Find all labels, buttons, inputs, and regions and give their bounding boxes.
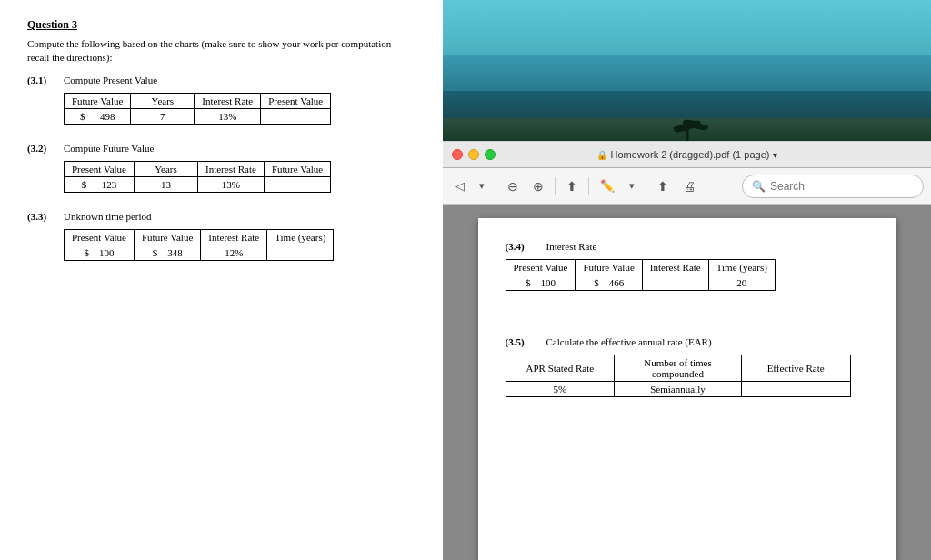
pdf-sub-text-3-5: Calculate the effective annual rate (EAR… <box>546 336 712 347</box>
pdf-content-area: (3.4) Interest Rate Present Value Future… <box>443 205 931 560</box>
background-image <box>443 0 931 141</box>
cell-fv: $ 466 <box>576 275 642 291</box>
navigation-back-button[interactable]: ◁ <box>450 175 470 196</box>
cell-rate <box>642 275 708 291</box>
annotate-dropdown[interactable]: ▾ <box>624 176 640 195</box>
close-button[interactable] <box>452 149 463 160</box>
chevron-down-toolbar-icon[interactable]: ▾ <box>474 176 490 195</box>
col-future-value: Future Value <box>65 93 131 108</box>
search-icon: 🔍 <box>752 180 766 193</box>
cell-time <box>267 245 334 260</box>
section-3-1: (3.1) Compute Present Value Future Value… <box>27 75 415 125</box>
cell-eff-rate <box>741 382 850 397</box>
pdf-toolbar: ◁ ▾ ⊖ ⊕ ⬆ ✏️ ▾ ⬆ 🖨 🔍 <box>443 168 931 205</box>
cell-rate: 13% <box>195 108 261 124</box>
cell-times: Semiannually <box>615 382 742 397</box>
section-3-2: (3.2) Compute Future Value Present Value… <box>27 143 415 193</box>
sub-label-3-2: (3.2) <box>27 143 64 154</box>
sub-question-3-3: (3.3) Unknown time period <box>27 211 415 222</box>
sub-label-3-1: (3.1) <box>27 75 64 85</box>
table-row: 5% Semiannually <box>506 382 850 397</box>
sub-question-3-1: (3.1) Compute Present Value <box>27 75 415 85</box>
sub-text-3-3: Unknown time period <box>64 211 152 222</box>
cell-pv <box>261 108 331 124</box>
sub-question-3-2: (3.2) Compute Future Value <box>27 143 415 154</box>
table-row: $ 498 7 13% <box>65 108 331 124</box>
cell-apr: 5% <box>506 382 615 397</box>
separator <box>555 177 556 195</box>
col-times-compounded: Number of timescompounded <box>615 355 742 382</box>
pdf-sub-question-3-5: (3.5) Calculate the effective annual rat… <box>506 336 869 347</box>
col-time: Time (years) <box>267 229 334 245</box>
col-interest-rate: Interest Rate <box>197 161 264 176</box>
sub-text-3-1: Compute Present Value <box>64 75 157 85</box>
search-box[interactable]: 🔍 <box>742 175 924 198</box>
print-button[interactable]: 🖨 <box>677 175 701 197</box>
pdf-table-3-4: Present Value Future Value Interest Rate… <box>506 259 776 291</box>
cell-pv: $ 123 <box>65 176 135 192</box>
pdf-section-3-5: (3.5) Calculate the effective annual rat… <box>506 336 869 397</box>
action-button[interactable]: ⬆ <box>652 175 674 197</box>
pdf-viewer-window: 🔒 Homework 2 (dragged).pdf (1 page) ▾ ◁ … <box>443 0 931 560</box>
pdf-sub-label-3-5: (3.5) <box>506 336 546 347</box>
zoom-out-button[interactable]: ⊖ <box>502 175 524 197</box>
pdf-page: (3.4) Interest Rate Present Value Future… <box>478 218 896 560</box>
separator <box>496 177 496 195</box>
col-years: Years <box>134 161 197 176</box>
col-interest-rate: Interest Rate <box>642 260 708 275</box>
chevron-down-icon: ▾ <box>773 150 777 160</box>
cell-pv: $ 100 <box>506 275 576 291</box>
cell-rate: 12% <box>201 245 267 260</box>
cell-fv: $ 498 <box>65 108 131 124</box>
cell-years: 13 <box>134 176 197 192</box>
table-3-2: Present Value Years Interest Rate Future… <box>64 161 331 193</box>
document-panel: Question 3 Compute the following based o… <box>0 0 443 560</box>
col-present-value: Present Value <box>65 161 135 176</box>
cell-time: 20 <box>708 275 775 291</box>
window-titlebar: 🔒 Homework 2 (dragged).pdf (1 page) ▾ <box>443 141 931 168</box>
spacer <box>506 309 869 336</box>
table-row: $ 100 $ 466 20 <box>506 275 775 291</box>
minimize-button[interactable] <box>468 149 479 160</box>
question-title: Question 3 <box>27 18 415 32</box>
separator <box>588 177 589 195</box>
col-future-value: Future Value <box>134 229 200 245</box>
cell-fv: $ 348 <box>134 245 200 260</box>
question-desc: Compute the following based on the chart… <box>27 37 415 65</box>
sub-label-3-3: (3.3) <box>27 211 64 222</box>
table-row: $ 123 13 13% <box>65 176 331 192</box>
pdf-table-3-5: APR Stated Rate Number of timescompounde… <box>506 355 851 397</box>
table-row: $ 100 $ 348 12% <box>65 245 334 260</box>
annotate-button[interactable]: ✏️ <box>595 175 620 196</box>
cell-fv <box>264 176 330 192</box>
pdf-sub-text-3-4: Interest Rate <box>546 241 597 252</box>
col-interest-rate: Interest Rate <box>195 93 261 108</box>
search-input[interactable] <box>770 180 914 193</box>
col-time: Time (years) <box>708 260 775 275</box>
pdf-section-3-4: (3.4) Interest Rate Present Value Future… <box>506 241 869 291</box>
window-title: 🔒 Homework 2 (dragged).pdf (1 page) ▾ <box>596 149 778 160</box>
section-3-3: (3.3) Unknown time period Present Value … <box>27 211 415 261</box>
cell-rate: 13% <box>197 176 264 192</box>
col-present-value: Present Value <box>261 93 331 108</box>
col-future-value: Future Value <box>576 260 642 275</box>
share-button[interactable]: ⬆ <box>561 175 583 197</box>
cell-years: 7 <box>131 108 195 124</box>
lock-icon: 🔒 <box>596 150 607 160</box>
table-3-3: Present Value Future Value Interest Rate… <box>64 229 334 261</box>
col-present-value: Present Value <box>65 229 135 245</box>
pdf-sub-label-3-4: (3.4) <box>506 241 546 252</box>
cell-pv: $ 100 <box>65 245 135 260</box>
sub-text-3-2: Compute Future Value <box>64 143 154 154</box>
col-years: Years <box>131 93 195 108</box>
maximize-button[interactable] <box>485 149 496 160</box>
col-effective-rate: Effective Rate <box>741 355 850 382</box>
col-interest-rate: Interest Rate <box>201 229 267 245</box>
separator <box>646 177 646 195</box>
zoom-in-button[interactable]: ⊕ <box>527 175 549 197</box>
col-apr-rate: APR Stated Rate <box>506 355 615 382</box>
col-present-value: Present Value <box>506 260 576 275</box>
col-future-value: Future Value <box>264 161 330 176</box>
table-3-1: Future Value Years Interest Rate Present… <box>64 93 331 125</box>
pdf-sub-question-3-4: (3.4) Interest Rate <box>506 241 869 252</box>
